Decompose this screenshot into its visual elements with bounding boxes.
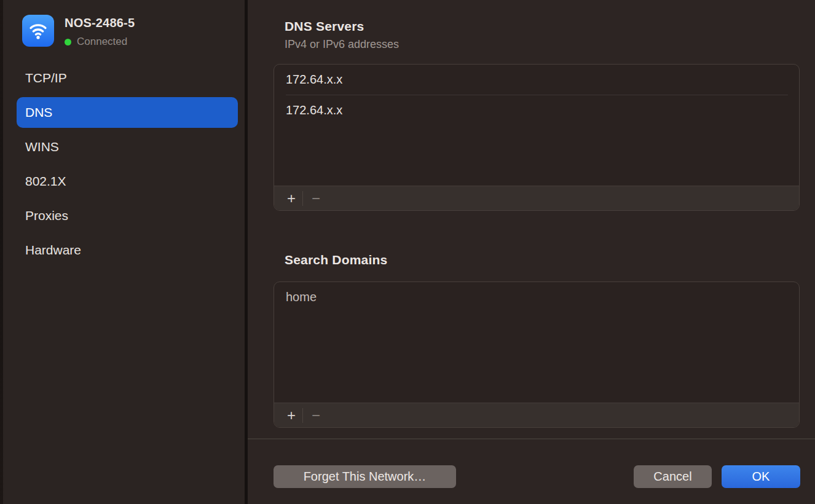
wifi-details-dialog: NOS-2486-5 Connected TCP/IP DNS WINS 802…: [0, 0, 815, 504]
sidebar-item-tcpip[interactable]: TCP/IP: [17, 63, 238, 93]
main-panel: DNS Servers IPv4 or IPv6 addresses 172.6…: [248, 0, 815, 504]
sidebar-item-label: Proxies: [25, 208, 68, 223]
sidebar-item-label: Hardware: [25, 243, 81, 258]
dns-servers-subtitle: IPv4 or IPv6 addresses: [285, 38, 399, 51]
dns-servers-title: DNS Servers: [285, 19, 364, 34]
network-status: Connected: [65, 36, 135, 48]
sidebar-item-label: 802.1X: [25, 174, 66, 189]
sidebar-item-label: DNS: [25, 105, 52, 120]
sidebar-item-8021x[interactable]: 802.1X: [17, 166, 238, 197]
sidebar-item-label: WINS: [25, 140, 59, 154]
dns-servers-list: 172.64.x.x 172.64.x.x + −: [274, 64, 800, 211]
network-titles: NOS-2486-5 Connected: [65, 15, 135, 48]
footer-divider: [248, 438, 815, 439]
search-domains-title: Search Domains: [285, 253, 387, 267]
connected-status-dot: [65, 39, 71, 45]
wifi-icon: [22, 15, 54, 47]
sidebar: NOS-2486-5 Connected TCP/IP DNS WINS 802…: [3, 0, 245, 504]
forget-network-button[interactable]: Forget This Network…: [274, 465, 456, 488]
dns-server-row[interactable]: 172.64.x.x: [274, 65, 799, 95]
search-domains-toolbar: + −: [274, 403, 799, 427]
add-search-domain-button[interactable]: +: [280, 407, 302, 424]
sidebar-item-proxies[interactable]: Proxies: [17, 200, 238, 231]
cancel-button[interactable]: Cancel: [634, 465, 712, 488]
remove-dns-server-button[interactable]: −: [303, 190, 329, 207]
sidebar-item-dns[interactable]: DNS: [17, 97, 238, 128]
network-name: NOS-2486-5: [65, 16, 135, 30]
ok-button[interactable]: OK: [722, 465, 800, 488]
search-domains-list: home + −: [274, 282, 800, 428]
dns-servers-toolbar: + −: [274, 186, 799, 210]
sidebar-item-wins[interactable]: WINS: [17, 132, 238, 162]
sidebar-nav: TCP/IP DNS WINS 802.1X Proxies Hardware: [17, 63, 238, 269]
dns-server-row[interactable]: 172.64.x.x: [274, 95, 799, 125]
sidebar-item-hardware[interactable]: Hardware: [17, 235, 238, 266]
sidebar-item-label: TCP/IP: [25, 71, 67, 85]
search-domain-row[interactable]: home: [274, 282, 799, 312]
connected-status-label: Connected: [77, 36, 127, 48]
remove-search-domain-button[interactable]: −: [303, 407, 329, 424]
add-dns-server-button[interactable]: +: [280, 190, 302, 207]
network-header: NOS-2486-5 Connected: [22, 15, 135, 48]
